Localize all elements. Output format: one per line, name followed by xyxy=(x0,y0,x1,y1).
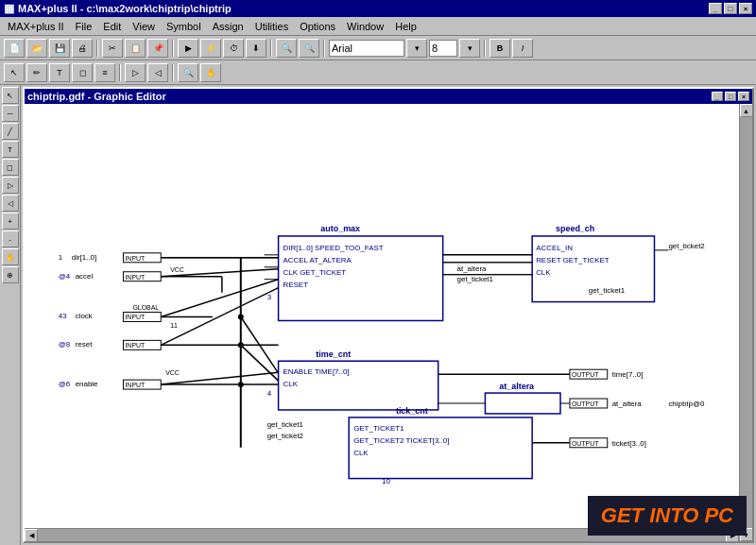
simulate-button[interactable]: ⚡ xyxy=(200,39,221,58)
cut-button[interactable]: ✂ xyxy=(102,39,123,58)
schematic-canvas[interactable]: 1 dir[1..0] INPUT @4 accel INPUT xyxy=(25,104,739,528)
menu-file[interactable]: File xyxy=(70,17,98,35)
scroll-left-button[interactable]: ◀ xyxy=(25,529,38,542)
svg-text:4: 4 xyxy=(267,389,272,398)
svg-text:CLK: CLK xyxy=(536,268,551,277)
svg-text:INPUT: INPUT xyxy=(125,314,146,320)
menu-help[interactable]: Help xyxy=(389,17,422,35)
tool-output[interactable]: ◁ xyxy=(147,63,168,82)
font-size-input[interactable] xyxy=(429,40,457,57)
svg-text:speed_ch: speed_ch xyxy=(556,224,594,233)
inner-maximize-button[interactable]: □ xyxy=(725,92,736,101)
tool-pan[interactable]: ✋ xyxy=(200,63,221,82)
svg-text:time_cnt: time_cnt xyxy=(316,349,351,359)
menu-options[interactable]: Options xyxy=(294,17,341,35)
left-tool-in[interactable]: ▷ xyxy=(2,177,19,194)
svg-text:ENABLE  TIME[7..0]: ENABLE TIME[7..0] xyxy=(284,367,350,376)
svg-text:@8: @8 xyxy=(59,340,71,349)
left-tool-line[interactable]: ╱ xyxy=(2,123,19,140)
svg-text:CLK: CLK xyxy=(353,449,369,457)
svg-text:RESET: RESET xyxy=(284,281,309,289)
svg-text:OUTPUT: OUTPUT xyxy=(572,440,599,447)
font-name-input[interactable] xyxy=(329,40,404,57)
menu-symbol[interactable]: Symbol xyxy=(161,17,207,35)
print-button[interactable]: 🖨 xyxy=(72,39,93,58)
copy-button[interactable]: 📋 xyxy=(125,39,146,58)
menu-assign[interactable]: Assign xyxy=(207,17,249,35)
menu-bar: MAX+plus II File Edit View Symbol Assign… xyxy=(0,17,756,36)
svg-text:ACCEL        AT_ALTERA: ACCEL AT_ALTERA xyxy=(284,256,352,264)
svg-text:OUTPUT: OUTPUT xyxy=(572,371,599,378)
svg-text:at_altera: at_altera xyxy=(612,400,642,408)
minimize-button[interactable]: _ xyxy=(709,3,722,14)
tool-text[interactable]: T xyxy=(49,63,70,82)
canvas-container: 1 dir[1..0] INPUT @4 accel INPUT xyxy=(25,104,752,541)
svg-text:time[7..0]: time[7..0] xyxy=(612,370,644,379)
svg-text:get_ticket1: get_ticket1 xyxy=(589,286,626,295)
menu-maxplus[interactable]: MAX+plus II xyxy=(2,17,70,35)
svg-text:auto_max: auto_max xyxy=(320,224,360,233)
bold-button[interactable]: B xyxy=(490,39,510,58)
svg-text:dir[1..0]: dir[1..0] xyxy=(72,253,96,262)
editor-area: chiptrip.gdf - Graphic Editor _ □ × xyxy=(21,85,756,545)
svg-text:accel: accel xyxy=(76,272,94,281)
tool-symbol[interactable]: ◻ xyxy=(72,63,93,82)
italic-button[interactable]: I xyxy=(512,39,533,58)
left-tool-text[interactable]: T xyxy=(2,141,19,158)
svg-point-93 xyxy=(238,315,244,320)
open-button[interactable]: 📂 xyxy=(26,39,47,58)
tool-input[interactable]: ▷ xyxy=(125,63,146,82)
close-button[interactable]: × xyxy=(739,3,752,14)
svg-text:43: 43 xyxy=(59,312,67,320)
left-tool-zoomout[interactable]: - xyxy=(2,230,19,247)
timing-button[interactable]: ⏱ xyxy=(223,39,244,58)
svg-text:get_ticket2: get_ticket2 xyxy=(668,242,705,250)
scroll-v-track[interactable] xyxy=(740,117,753,528)
left-tool-rect[interactable]: ◻ xyxy=(2,159,19,176)
font-dropdown[interactable]: ▾ xyxy=(406,39,427,58)
svg-text:INPUT: INPUT xyxy=(125,274,146,281)
menu-view[interactable]: View xyxy=(127,17,161,35)
svg-text:tick_cnt: tick_cnt xyxy=(396,406,428,416)
app-icon: ▦ xyxy=(4,2,14,15)
svg-text:10: 10 xyxy=(382,477,390,485)
svg-text:clock: clock xyxy=(76,312,93,320)
svg-text:get_ticket1: get_ticket1 xyxy=(267,420,304,429)
tool-wire[interactable]: ✏ xyxy=(26,63,47,82)
watermark: GET INTO PC xyxy=(588,496,747,536)
zoom-out-button[interactable]: 🔍 xyxy=(299,39,319,58)
compile-button[interactable]: ▶ xyxy=(178,39,198,58)
save-button[interactable]: 💾 xyxy=(49,39,70,58)
new-button[interactable]: 📄 xyxy=(4,39,25,58)
svg-text:get_ticket2: get_ticket2 xyxy=(267,432,304,440)
svg-text:reset: reset xyxy=(76,340,93,349)
zoom-in-button[interactable]: 🔍 xyxy=(276,39,297,58)
left-tool-connect[interactable]: ⊕ xyxy=(2,266,19,283)
left-tool-hand[interactable]: ✋ xyxy=(2,248,19,265)
inner-close-button[interactable]: × xyxy=(738,92,749,101)
vertical-scrollbar[interactable]: ▲ ▼ xyxy=(739,104,752,541)
svg-text:OUTPUT: OUTPUT xyxy=(572,400,599,407)
window-title: MAX+plus II - c:\max2work\chiptrip\chipt… xyxy=(18,3,232,14)
tool-zoom[interactable]: 🔍 xyxy=(178,63,198,82)
tool-bus[interactable]: ≡ xyxy=(94,63,115,82)
tool-select[interactable]: ↖ xyxy=(4,63,25,82)
maximize-button[interactable]: □ xyxy=(724,3,737,14)
program-button[interactable]: ⬇ xyxy=(246,39,266,58)
menu-window[interactable]: Window xyxy=(341,17,389,35)
font-size-dropdown[interactable]: ▾ xyxy=(459,39,480,58)
menu-edit[interactable]: Edit xyxy=(97,17,127,35)
left-tool-select[interactable]: ↖ xyxy=(2,87,19,104)
menu-utilities[interactable]: Utilities xyxy=(249,17,294,35)
left-tool-zoom[interactable]: + xyxy=(2,213,19,230)
svg-text:at_altera: at_altera xyxy=(457,264,487,273)
left-tool-out[interactable]: ◁ xyxy=(2,195,19,212)
inner-title-bar: chiptrip.gdf - Graphic Editor _ □ × xyxy=(25,89,752,104)
svg-text:ticket[3..0]: ticket[3..0] xyxy=(612,439,646,448)
paste-button[interactable]: 📌 xyxy=(147,39,168,58)
left-tool-wire[interactable]: ─ xyxy=(2,105,19,122)
svg-text:GLOBAL: GLOBAL xyxy=(132,304,159,311)
inner-minimize-button[interactable]: _ xyxy=(712,92,723,101)
scroll-up-button[interactable]: ▲ xyxy=(740,104,753,117)
toolbar-2: ↖ ✏ T ◻ ≡ ▷ ◁ 🔍 ✋ xyxy=(0,60,756,85)
